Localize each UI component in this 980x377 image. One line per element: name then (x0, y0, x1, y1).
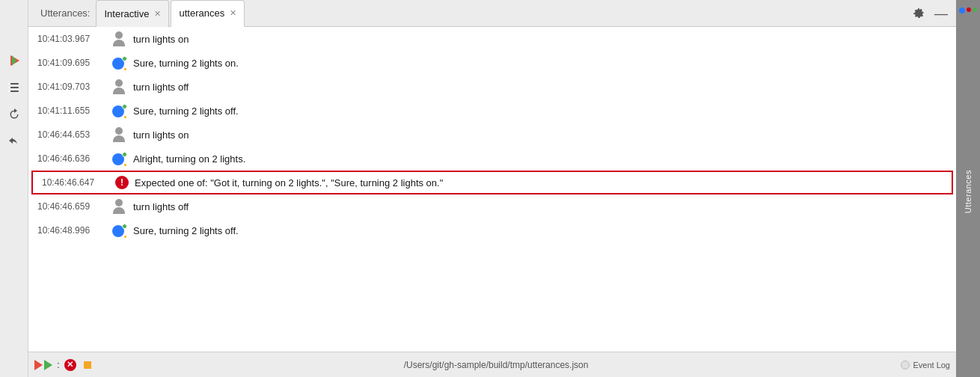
event-log-icon (901, 361, 910, 370)
status-bar: : ✕ /Users/git/gh-sample/build/tmp/utter… (28, 352, 956, 377)
table-row: 10:41:09.695 Sure, turning 2 lights on. (28, 51, 956, 75)
main-area: Utterances: Interactive ✕ utterances ✕ —… (28, 0, 956, 377)
user-avatar (111, 126, 127, 143)
event-log-area[interactable]: Event Log (901, 361, 950, 370)
table-row: 10:41:09.703 turn lights off (28, 75, 956, 99)
right-sidebar[interactable]: Utterances (956, 0, 980, 377)
bot-avatar (111, 55, 127, 71)
tab-bar: Utterances: Interactive ✕ utterances ✕ — (28, 0, 956, 27)
error-status-icon: ✕ (64, 359, 76, 371)
play-icon[interactable] (6, 52, 22, 69)
dot-green (973, 7, 977, 12)
user-avatar (111, 31, 127, 47)
user-avatar (111, 79, 127, 95)
table-row: 10:46:46.636 Alright, turning on 2 light… (28, 147, 956, 171)
svg-rect-6 (8, 87, 10, 88)
table-row: 10:41:03.967 turn lights on (28, 27, 956, 51)
play-stop-icon[interactable] (34, 360, 52, 370)
table-row: 10:46:46.659 turn lights off (28, 194, 956, 218)
utterances-content: 10:41:03.967 turn lights on 10:41:09.695… (28, 27, 956, 352)
timestamp: 10:46:44.653 (37, 129, 105, 140)
event-log-label: Event Log (913, 361, 950, 370)
settings-icon[interactable] (910, 4, 928, 22)
error-text: Expected one of: "Got it, turning on 2 l… (135, 177, 443, 188)
refresh-icon[interactable] (6, 106, 22, 123)
timestamp: 10:41:03.967 (37, 34, 105, 44)
utterance-text: Sure, turning 2 lights on. (133, 58, 239, 69)
colon-separator: : (57, 359, 60, 370)
status-dot (84, 361, 91, 369)
timestamp: 10:46:46.636 (37, 153, 105, 164)
table-row: 10:46:48.996 Sure, turning 2 lights off. (28, 218, 956, 242)
user-avatar (111, 198, 127, 215)
minimize-icon[interactable]: — (932, 4, 950, 22)
timestamp: 10:41:11.655 (37, 105, 105, 116)
utterance-text: Alright, turning on 2 lights. (133, 153, 245, 165)
dot-blue (959, 7, 965, 13)
bot-avatar (111, 102, 127, 119)
tab-interactive-close[interactable]: ✕ (154, 10, 161, 18)
right-sidebar-dots (959, 7, 977, 13)
error-icon: ! (115, 176, 129, 189)
bot-avatar (111, 222, 127, 239)
utterance-text: turn lights on (133, 34, 189, 45)
tab-utterances-close[interactable]: ✕ (230, 9, 236, 17)
bot-avatar (111, 150, 127, 167)
dot-red (967, 7, 971, 12)
svg-rect-5 (8, 83, 10, 85)
timestamp: 10:46:46.647 (42, 177, 109, 188)
table-row: 10:46:44.653 turn lights on (28, 123, 956, 147)
table-row: 10:41:11.655 Sure, turning 2 lights off. (28, 99, 956, 123)
utterance-text: turn lights off (133, 201, 189, 212)
tab-interactive-label: Interactive (104, 8, 149, 19)
timestamp: 10:46:46.659 (37, 201, 105, 212)
svg-rect-7 (8, 91, 10, 92)
tab-interactive[interactable]: Interactive ✕ (96, 0, 169, 27)
list-icon[interactable] (6, 79, 22, 96)
utterance-text: turn lights off (133, 82, 189, 93)
undo-icon[interactable] (6, 133, 22, 150)
error-row: 10:46:46.647 ! Expected one of: "Got it,… (31, 171, 953, 194)
utterance-text: turn lights on (133, 129, 189, 141)
timestamp: 10:46:48.996 (37, 225, 105, 236)
left-sidebar (0, 0, 28, 377)
tab-bar-label: Utterances: (34, 7, 96, 19)
tab-utterances[interactable]: utterances ✕ (171, 0, 245, 27)
timestamp: 10:41:09.695 (37, 58, 105, 68)
status-file-path: /Users/git/gh-sample/build/tmp/utterance… (96, 360, 897, 370)
utterance-text: Sure, turning 2 lights off. (133, 225, 239, 236)
svg-marker-1 (12, 55, 16, 66)
utterance-text: Sure, turning 2 lights off. (133, 105, 239, 117)
right-sidebar-label: Utterances (964, 170, 973, 213)
timestamp: 10:41:09.703 (37, 82, 105, 92)
tab-utterances-label: utterances (179, 7, 224, 19)
tab-bar-actions: — (910, 4, 956, 22)
